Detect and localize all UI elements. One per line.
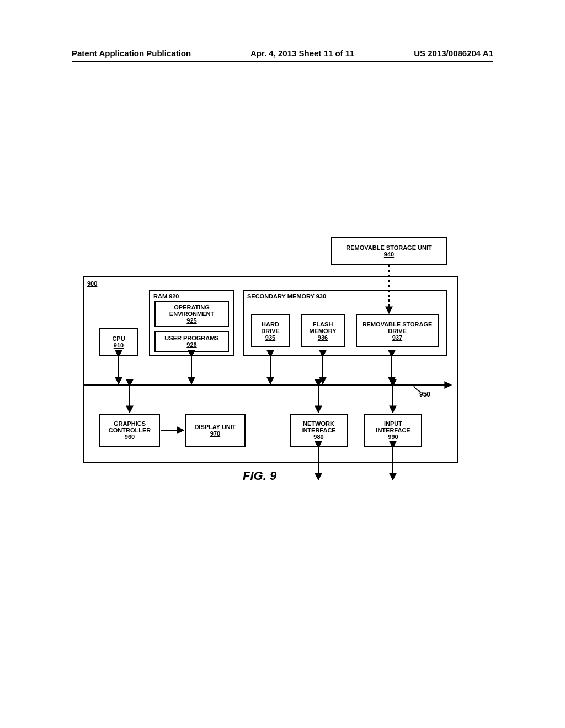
ref-num: 970 [210, 430, 220, 437]
label: DISPLAY UNIT [194, 424, 236, 430]
ref-num: 960 [125, 433, 135, 440]
header-rule [72, 61, 493, 62]
label: NETWORK INTERFACE [292, 420, 345, 433]
block-display-unit: DISPLAY UNIT 970 [185, 414, 246, 447]
label: RAM [153, 293, 167, 299]
header-left: Patent Application Publication [72, 49, 191, 58]
ref-num: 910 [114, 342, 124, 349]
label: USER PROGRAMS [164, 335, 218, 341]
bus-ref: 950 [419, 390, 430, 398]
label: OPERATING ENVIRONMENT [157, 304, 226, 317]
label: GRAPHICS CONTROLLER [102, 420, 157, 433]
block-network-interface: NETWORK INTERFACE 980 [290, 414, 348, 447]
block-user-programs: USER PROGRAMS 926 [154, 331, 229, 352]
label: INPUT INTERFACE [367, 420, 419, 433]
diagram: REMOVABLE STORAGE UNIT 940 900 CPU 910 R… [83, 237, 480, 485]
block-removable-storage-unit: REMOVABLE STORAGE UNIT 940 [331, 237, 447, 265]
ref-num: 990 [388, 433, 398, 440]
label: SECONDARY MEMORY [247, 293, 315, 299]
ref-num: 936 [318, 334, 328, 341]
header-middle: Apr. 4, 2013 Sheet 11 of 11 [250, 49, 354, 58]
ram-title: RAM 920 [153, 293, 179, 299]
label: REMOVABLE STORAGE DRIVE [359, 321, 436, 334]
ref-num: 925 [186, 317, 196, 324]
label: REMOVABLE STORAGE UNIT [346, 244, 431, 251]
ref-num: 940 [384, 251, 394, 258]
ref-num: 926 [186, 341, 196, 348]
block-input-interface: INPUT INTERFACE 990 [364, 414, 422, 447]
block-graphics-controller: GRAPHICS CONTROLLER 960 [99, 414, 160, 447]
secmem-title: SECONDARY MEMORY 930 [247, 293, 326, 299]
bus-ref-label: 950 [419, 390, 430, 398]
ref-num: 930 [316, 293, 326, 299]
block-operating-environment: OPERATING ENVIRONMENT 925 [154, 301, 229, 327]
figure-caption: FIG. 9 [243, 469, 276, 483]
ref-num: 920 [169, 293, 179, 299]
ref-num: 935 [265, 334, 275, 341]
header-right: US 2013/0086204 A1 [414, 49, 493, 58]
label: HARD DRIVE [254, 321, 287, 334]
ref-num: 980 [313, 433, 323, 440]
label: FLASH MEMORY [303, 321, 342, 334]
block-cpu: CPU 910 [99, 328, 138, 356]
system-ref: 900 [87, 280, 97, 287]
block-hard-drive: HARD DRIVE 935 [251, 314, 290, 347]
block-flash-memory: FLASH MEMORY 936 [301, 314, 345, 347]
label: CPU [112, 335, 125, 342]
block-removable-storage-drive: REMOVABLE STORAGE DRIVE 937 [356, 314, 439, 347]
page-header: Patent Application Publication Apr. 4, 2… [72, 49, 493, 58]
ref-num: 937 [392, 334, 402, 341]
